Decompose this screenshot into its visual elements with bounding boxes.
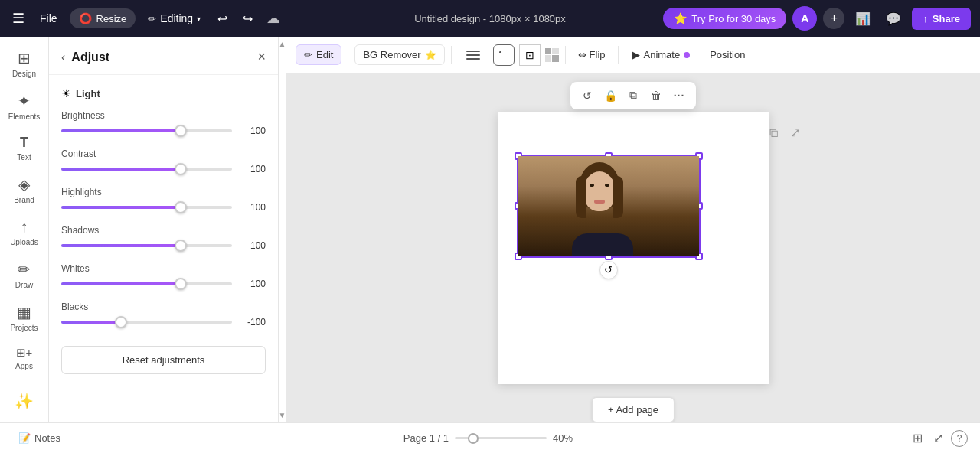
undo-button[interactable]: ↩ [213,8,232,29]
sidebar-item-uploads[interactable]: ↑ Uploads [3,212,46,253]
scroll-up-arrow[interactable]: ▲ [279,40,286,48]
toolbar-divider-2 [451,46,452,64]
contrast-track[interactable] [61,168,232,171]
try-pro-button[interactable]: ⭐ Try Pro for 30 days [663,8,786,29]
svg-rect-0 [466,51,480,52]
sidebar-item-elements[interactable]: ✦ Elements [3,86,46,127]
lock-element-button[interactable]: 🔒 [599,85,621,106]
avatar-button[interactable]: A [792,6,817,31]
whites-track[interactable] [61,282,232,285]
sidebar-item-brand[interactable]: ◈ Brand [3,169,46,210]
image-content [518,156,699,256]
edit-button[interactable]: ✏ Edit [296,44,341,65]
brightness-track[interactable] [61,129,232,132]
help-button[interactable]: ? [951,430,968,447]
position-button[interactable]: Position [702,45,753,64]
notes-button[interactable]: 📝 Notes [12,429,67,447]
share-icon: ↑ [923,13,928,24]
brightness-label: Brightness [61,110,266,121]
chat-button[interactable]: 💬 [881,8,906,29]
magic-icon: ✨ [15,392,34,410]
close-panel-button[interactable]: × [257,49,266,65]
highlights-fill [61,206,181,209]
sidebar-item-label: Design [12,70,36,78]
highlights-thumb[interactable] [175,201,187,213]
shadows-thumb[interactable] [175,240,187,252]
redo-button[interactable]: ↪ [238,8,257,29]
expand-canvas-button[interactable]: ⤢ [790,125,800,140]
whites-slider-group: Whites 100 [61,263,266,289]
rotate-element-button[interactable]: ↺ [577,85,598,106]
blacks-fill [61,321,121,324]
float-toolbar: ↺ 🔒 ⧉ 🗑 ··· [570,82,696,109]
whites-row: 100 [61,279,266,289]
canvas-image-element[interactable]: ↺ [517,155,701,258]
projects-icon: ▦ [17,303,31,321]
pencil-icon: ✏ [148,13,156,24]
copy-element-button[interactable]: ⧉ [622,85,644,106]
delete-element-button[interactable]: 🗑 [645,85,667,106]
contrast-thumb[interactable] [175,163,187,175]
zoom-slider[interactable] [455,437,547,439]
panel-scrollbar[interactable]: ▲ ▼ [279,37,286,422]
animate-badge [684,52,690,58]
editing-label: Editing [160,12,193,24]
file-button[interactable]: File [34,9,64,28]
main-area: ⊞ Design ✦ Elements T Text ◈ Brand ↑ Upl… [0,37,980,422]
analytics-button[interactable]: 📊 [851,8,875,29]
presentation-button[interactable]: ⤢ [930,428,946,448]
crop-button[interactable]: ⊡ [519,44,541,66]
svg-rect-1 [466,54,480,56]
reset-adjustments-button[interactable]: Reset adjustments [61,346,266,374]
adjust-header: ‹ Adjust × [49,37,278,75]
sidebar-item-apps[interactable]: ⊞+ Apps [3,340,46,376]
lines-button[interactable] [458,45,488,65]
flip-button[interactable]: ⇔ Flip [572,45,612,64]
back-button[interactable]: ‹ [61,51,65,64]
hair-left [576,176,586,218]
cloud-save-button[interactable]: ☁ [263,7,283,30]
add-collaborator-button[interactable]: + [823,8,844,29]
resize-button[interactable]: ⭕ Resize [70,8,136,28]
sidebar-item-label: Uploads [10,238,38,246]
sidebar-item-design[interactable]: ⊞ Design [3,43,46,84]
shadows-track[interactable] [61,244,232,247]
rounded-corner-icon [498,50,509,60]
highlights-row: 100 [61,202,266,213]
sidebar-item-label: Draw [15,281,33,289]
whites-thumb[interactable] [175,278,187,290]
resize-label: Resize [96,13,127,24]
editing-button[interactable]: ✏ Editing ▾ [142,9,207,28]
menu-button[interactable]: ☰ [9,7,28,30]
whites-value: 100 [238,279,266,289]
blacks-track[interactable] [61,321,232,324]
blacks-thumb[interactable] [115,316,127,328]
brightness-fill [61,129,181,132]
sidebar-item-draw[interactable]: ✏ Draw [3,254,46,295]
topbar: ☰ File ⭕ Resize ✏ Editing ▾ ↩ ↪ ☁ Untitl… [0,0,980,37]
animate-button[interactable]: ▶ Animate [625,45,698,64]
sidebar-item-projects[interactable]: ▦ Projects [3,297,46,338]
crop-icon: ⊡ [525,49,534,61]
apps-icon: ⊞+ [16,346,33,360]
analytics-icon: 📊 [855,12,871,25]
blacks-label: Blacks [61,301,266,312]
brightness-thumb[interactable] [175,125,187,137]
sidebar-item-label: Projects [10,324,38,332]
share-button[interactable]: ↑ Share [912,8,971,30]
sidebar-item-label: Apps [15,362,33,370]
add-page-button[interactable]: + Add page [592,397,675,422]
more-options-button[interactable]: ··· [668,85,690,106]
canvas-viewport[interactable]: 🔒 ⧉ ⤢ ↺ 🔒 ⧉ 🗑 ··· [286,73,980,422]
scroll-down-arrow[interactable]: ▼ [279,411,286,419]
grid-view-button[interactable]: ⊞ [910,428,926,448]
rotate-handle[interactable]: ↺ [599,261,618,279]
group-canvas-button[interactable]: ⧉ [769,125,778,140]
sidebar-item-text[interactable]: T Text [3,129,46,168]
highlights-track[interactable] [61,206,232,209]
bg-remover-button[interactable]: BG Remover ⭐ [354,44,444,65]
checker-button[interactable] [545,48,559,62]
brightness-row: 100 [61,125,266,136]
rounded-corner-button[interactable] [493,44,514,66]
sidebar-item-magic[interactable]: ✨ [3,386,46,416]
